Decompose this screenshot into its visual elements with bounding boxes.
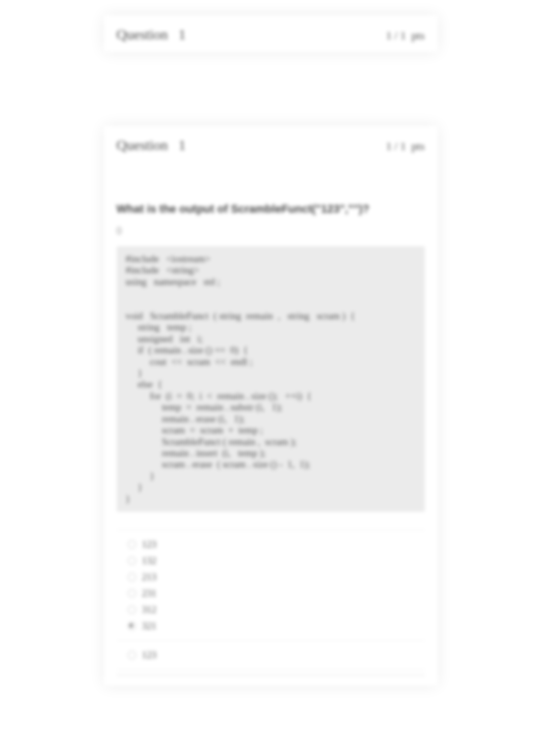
answer-option-line[interactable]: 123 [128,536,425,553]
answer-option-text: 231 [142,588,157,599]
answer-option-text: 321 [142,620,157,632]
inner-gap [104,163,438,198]
question-body: What is the output of ScrambleFunct("123… [104,198,438,686]
question-prompt: What is the output of ScrambleFunct("123… [117,202,425,216]
answer-option-text: 132 [142,555,157,566]
answer-option-text: 213 [142,571,157,583]
score-sep-main: / [394,140,397,152]
radio-icon[interactable] [128,622,136,630]
divider [117,675,425,675]
answer-option-line[interactable]: 231 [128,585,425,602]
score-earned-main: 1 [386,140,392,152]
white-gap [0,52,541,111]
score-earned: 1 [386,29,392,42]
question-sub: () [117,226,425,235]
question-card: Question 1 1 / 1 pts What is the output … [104,126,438,686]
question-header-main: Question 1 1 / 1 pts [104,126,438,163]
answer-option-group[interactable]: 123132213231312321 [117,530,425,641]
answer-option-text: 123 [142,539,157,550]
answer-option-text: 123 [142,649,157,661]
score-total-main: 1 [400,140,406,152]
pts-label: pts [412,29,425,42]
radio-icon[interactable] [128,557,136,565]
question-number-main: 1 [179,137,186,153]
pts-label-main: pts [412,140,425,152]
radio-icon[interactable] [128,540,136,549]
question-header: Question 1 1 / 1 pts [104,15,438,52]
score-total: 1 [400,29,406,42]
question-points: 1 / 1 pts [386,29,425,42]
answer-option-line[interactable]: 312 [128,602,425,618]
code-block: #include <iostream> #include <string> us… [117,246,425,512]
question-label-num: Question 1 [117,27,186,43]
score-sep: / [394,29,397,42]
radio-icon[interactable] [128,651,136,659]
question-card-peek: Question 1 1 / 1 pts [104,15,438,52]
radio-icon[interactable] [128,589,136,597]
answer-option-group[interactable]: 123 [117,641,425,670]
question-word: Question [117,27,168,42]
answer-options: 123132213231312321 123 [117,530,425,675]
radio-icon[interactable] [128,606,136,614]
answer-option-line[interactable]: 321 [128,618,425,634]
answer-option-line[interactable]: 213 [128,569,425,585]
question-number: 1 [179,27,186,42]
question-word-main: Question [117,137,168,153]
question-points-main: 1 / 1 pts [386,140,425,153]
answer-option-line[interactable]: 123 [128,647,425,663]
answer-option-text: 312 [142,604,157,615]
answer-option-line[interactable]: 132 [128,553,425,569]
radio-icon[interactable] [128,573,136,581]
question-label-num-main: Question 1 [117,137,186,153]
